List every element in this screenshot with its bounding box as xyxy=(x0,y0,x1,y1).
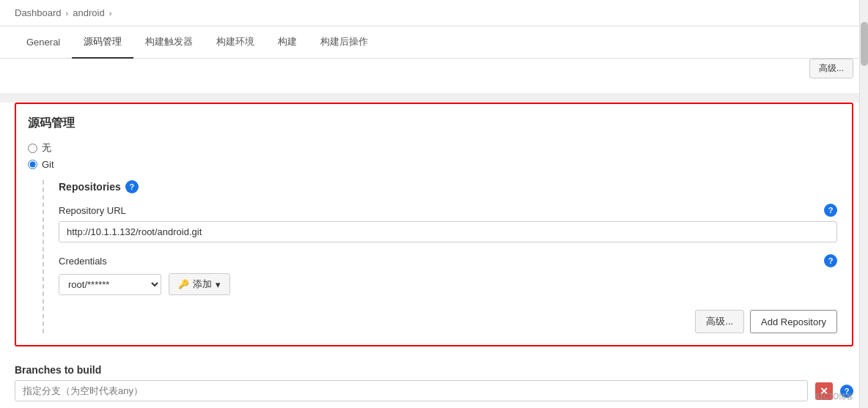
repository-url-header: Repository URL ? xyxy=(59,204,837,217)
repositories-label: Repositories xyxy=(59,181,121,193)
repository-url-input[interactable] xyxy=(59,221,837,242)
tab-build[interactable]: 构建 xyxy=(266,26,309,59)
add-credentials-button[interactable]: 🔑 添加 ▾ xyxy=(169,273,230,295)
scm-title: 源码管理 xyxy=(28,116,837,131)
credentials-row: root/****** 🔑 添加 ▾ xyxy=(59,273,837,295)
tab-triggers[interactable]: 构建触发器 xyxy=(133,26,205,59)
radio-none-label: 无 xyxy=(42,141,51,155)
advanced-top-button[interactable]: 高级... xyxy=(809,59,853,78)
credentials-help-icon[interactable]: ? xyxy=(824,254,837,267)
credentials-label: Credentials xyxy=(59,256,107,267)
repository-url-label: Repository URL xyxy=(59,205,126,216)
add-repository-button[interactable]: Add Repository xyxy=(750,310,837,333)
radio-git-label: Git xyxy=(42,159,54,170)
credentials-section: Credentials ? root/****** 🔑 添加 ▾ xyxy=(59,254,837,295)
radio-git-input[interactable] xyxy=(28,160,37,169)
repositories-help-icon[interactable]: ? xyxy=(125,180,139,193)
tab-general[interactable]: General xyxy=(15,28,72,58)
advanced-section-button[interactable]: 高级... xyxy=(695,310,744,333)
breadcrumb-current[interactable]: android xyxy=(73,7,104,18)
breadcrumb-bar: Dashboard › android › xyxy=(0,0,868,26)
branches-title: Branches to build xyxy=(15,364,853,376)
breadcrumb-home[interactable]: Dashboard xyxy=(15,7,62,18)
top-advanced-row: 高级... xyxy=(0,59,868,94)
tab-post-build[interactable]: 构建后操作 xyxy=(309,26,380,59)
scrollbar-thumb xyxy=(861,22,868,66)
credentials-select[interactable]: root/****** xyxy=(59,274,161,295)
key-icon: 🔑 xyxy=(178,279,189,289)
main-content: 源码管理 无 Git Repositories ? Repository URL xyxy=(0,103,868,408)
branches-section: Branches to build ✕ ? xyxy=(15,355,853,401)
scm-radio-group: 无 Git xyxy=(28,141,837,170)
breadcrumb-sep1: › xyxy=(66,9,69,18)
branches-row: ✕ ? xyxy=(15,380,853,401)
radio-none[interactable]: 无 xyxy=(28,141,837,155)
section-buttons: 高级... Add Repository xyxy=(59,310,837,333)
branches-input[interactable] xyxy=(15,380,808,401)
repository-url-section: Repository URL ? xyxy=(59,204,837,242)
watermark: 61CTO博客 xyxy=(815,392,853,402)
scm-section: 源码管理 无 Git Repositories ? Repository URL xyxy=(15,103,853,346)
tab-scm[interactable]: 源码管理 xyxy=(72,26,133,59)
breadcrumb-sep2: › xyxy=(109,9,112,18)
repositories-panel: Repositories ? Repository URL ? Credenti… xyxy=(43,180,837,333)
repositories-header: Repositories ? xyxy=(59,180,837,193)
tab-bar: General 源码管理 构建触发器 构建环境 构建 构建后操作 xyxy=(0,26,868,59)
credentials-header: Credentials ? xyxy=(59,254,837,267)
radio-git[interactable]: Git xyxy=(28,159,837,170)
scrollbar-track[interactable] xyxy=(859,0,868,408)
add-credentials-dropdown-icon: ▾ xyxy=(216,279,221,290)
repository-url-help-icon[interactable]: ? xyxy=(824,204,837,217)
radio-none-input[interactable] xyxy=(28,144,37,153)
tab-env[interactable]: 构建环境 xyxy=(205,26,266,59)
add-credentials-label: 添加 xyxy=(193,278,212,291)
